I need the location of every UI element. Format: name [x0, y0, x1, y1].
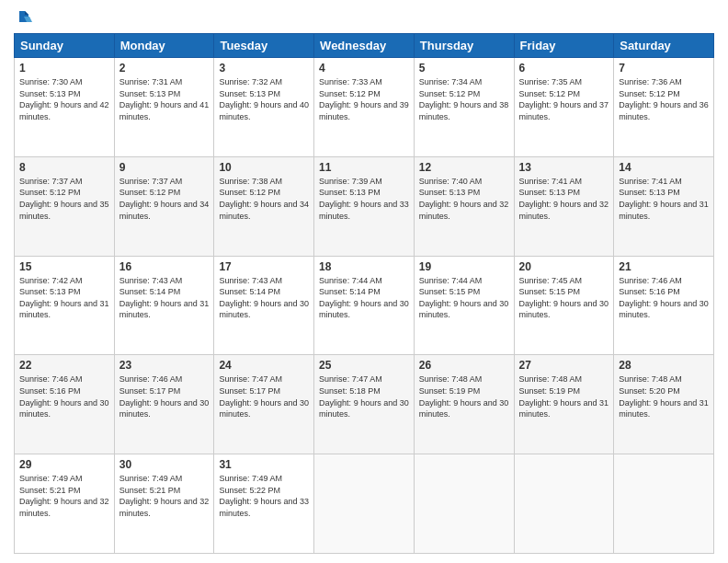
weekday-header-thursday: Thursday — [414, 34, 514, 58]
day-info: Sunrise: 7:47 AM Sunset: 5:17 PM Dayligh… — [219, 374, 309, 419]
calendar-cell: 23 Sunrise: 7:46 AM Sunset: 5:17 PM Dayl… — [114, 355, 214, 454]
header — [14, 9, 714, 26]
calendar-cell: 13 Sunrise: 7:41 AM Sunset: 5:13 PM Dayl… — [514, 156, 614, 256]
calendar-cell: 12 Sunrise: 7:40 AM Sunset: 5:13 PM Dayl… — [414, 156, 514, 256]
day-number: 18 — [319, 260, 409, 273]
day-info: Sunrise: 7:32 AM Sunset: 5:13 PM Dayligh… — [219, 77, 309, 121]
calendar-cell: 21 Sunrise: 7:46 AM Sunset: 5:16 PM Dayl… — [614, 256, 714, 355]
day-number: 19 — [419, 260, 509, 273]
calendar-cell: 16 Sunrise: 7:43 AM Sunset: 5:14 PM Dayl… — [114, 256, 214, 355]
calendar-cell: 2 Sunrise: 7:31 AM Sunset: 5:13 PM Dayli… — [114, 58, 214, 157]
calendar-cell: 8 Sunrise: 7:37 AM Sunset: 5:12 PM Dayli… — [15, 156, 115, 256]
day-number: 30 — [119, 458, 210, 471]
day-number: 15 — [19, 260, 109, 273]
calendar-cell — [314, 454, 415, 554]
day-info: Sunrise: 7:44 AM Sunset: 5:14 PM Dayligh… — [319, 276, 409, 320]
day-info: Sunrise: 7:48 AM Sunset: 5:19 PM Dayligh… — [419, 374, 509, 419]
calendar-cell — [414, 454, 514, 554]
calendar-cell: 17 Sunrise: 7:43 AM Sunset: 5:14 PM Dayl… — [214, 256, 314, 355]
day-info: Sunrise: 7:42 AM Sunset: 5:13 PM Dayligh… — [19, 276, 109, 320]
calendar-cell: 9 Sunrise: 7:37 AM Sunset: 5:12 PM Dayli… — [114, 156, 214, 256]
calendar-cell: 6 Sunrise: 7:35 AM Sunset: 5:12 PM Dayli… — [514, 58, 614, 157]
day-number: 31 — [219, 458, 309, 471]
logo-text — [14, 9, 32, 26]
calendar-cell: 11 Sunrise: 7:39 AM Sunset: 5:13 PM Dayl… — [314, 156, 415, 256]
day-number: 14 — [619, 161, 709, 174]
weekday-header-wednesday: Wednesday — [314, 34, 415, 58]
day-info: Sunrise: 7:41 AM Sunset: 5:13 PM Dayligh… — [619, 177, 709, 221]
calendar-cell: 3 Sunrise: 7:32 AM Sunset: 5:13 PM Dayli… — [214, 58, 314, 157]
weekday-header-tuesday: Tuesday — [214, 34, 314, 58]
calendar-cell: 14 Sunrise: 7:41 AM Sunset: 5:13 PM Dayl… — [614, 156, 714, 256]
day-info: Sunrise: 7:43 AM Sunset: 5:14 PM Dayligh… — [219, 276, 309, 320]
day-number: 16 — [119, 260, 210, 273]
day-info: Sunrise: 7:49 AM Sunset: 5:21 PM Dayligh… — [19, 474, 109, 518]
day-number: 23 — [119, 359, 210, 372]
day-info: Sunrise: 7:45 AM Sunset: 5:15 PM Dayligh… — [519, 276, 609, 320]
calendar-cell: 29 Sunrise: 7:49 AM Sunset: 5:21 PM Dayl… — [15, 454, 115, 554]
day-number: 10 — [219, 161, 309, 174]
calendar-cell: 15 Sunrise: 7:42 AM Sunset: 5:13 PM Dayl… — [15, 256, 115, 355]
calendar-cell: 19 Sunrise: 7:44 AM Sunset: 5:15 PM Dayl… — [414, 256, 514, 355]
day-number: 20 — [519, 260, 609, 273]
page: SundayMondayTuesdayWednesdayThursdayFrid… — [0, 0, 728, 563]
day-number: 21 — [619, 260, 709, 273]
day-number: 7 — [619, 62, 709, 75]
calendar-cell: 31 Sunrise: 7:49 AM Sunset: 5:22 PM Dayl… — [214, 454, 314, 554]
day-info: Sunrise: 7:39 AM Sunset: 5:13 PM Dayligh… — [319, 177, 409, 221]
day-info: Sunrise: 7:48 AM Sunset: 5:19 PM Dayligh… — [519, 374, 609, 419]
logo — [14, 9, 32, 26]
day-number: 1 — [19, 62, 109, 75]
day-info: Sunrise: 7:47 AM Sunset: 5:18 PM Dayligh… — [319, 374, 409, 419]
day-info: Sunrise: 7:30 AM Sunset: 5:13 PM Dayligh… — [19, 77, 109, 121]
day-number: 3 — [219, 62, 309, 75]
day-number: 27 — [519, 359, 609, 372]
day-info: Sunrise: 7:36 AM Sunset: 5:12 PM Dayligh… — [619, 77, 709, 121]
day-info: Sunrise: 7:49 AM Sunset: 5:22 PM Dayligh… — [219, 474, 309, 518]
day-number: 6 — [519, 62, 609, 75]
calendar-cell — [514, 454, 614, 554]
calendar-cell — [614, 454, 714, 554]
calendar-cell: 22 Sunrise: 7:46 AM Sunset: 5:16 PM Dayl… — [15, 355, 115, 454]
day-info: Sunrise: 7:38 AM Sunset: 5:12 PM Dayligh… — [219, 177, 309, 221]
day-info: Sunrise: 7:37 AM Sunset: 5:12 PM Dayligh… — [19, 177, 109, 221]
day-info: Sunrise: 7:33 AM Sunset: 5:12 PM Dayligh… — [319, 77, 409, 121]
day-number: 5 — [419, 62, 509, 75]
day-number: 29 — [19, 458, 109, 471]
day-info: Sunrise: 7:43 AM Sunset: 5:14 PM Dayligh… — [119, 276, 210, 320]
weekday-header-monday: Monday — [114, 34, 214, 58]
day-info: Sunrise: 7:46 AM Sunset: 5:17 PM Dayligh… — [119, 374, 210, 419]
calendar-cell: 24 Sunrise: 7:47 AM Sunset: 5:17 PM Dayl… — [214, 355, 314, 454]
day-number: 17 — [219, 260, 309, 273]
day-number: 11 — [319, 161, 409, 174]
svg-marker-1 — [25, 11, 28, 15]
logo-icon — [16, 9, 32, 26]
day-number: 8 — [19, 161, 109, 174]
weekday-header-sunday: Sunday — [15, 34, 115, 58]
calendar-cell: 27 Sunrise: 7:48 AM Sunset: 5:19 PM Dayl… — [514, 355, 614, 454]
day-number: 12 — [419, 161, 509, 174]
day-info: Sunrise: 7:46 AM Sunset: 5:16 PM Dayligh… — [19, 374, 109, 419]
day-info: Sunrise: 7:40 AM Sunset: 5:13 PM Dayligh… — [419, 177, 509, 221]
calendar-cell: 25 Sunrise: 7:47 AM Sunset: 5:18 PM Dayl… — [314, 355, 415, 454]
day-number: 4 — [319, 62, 409, 75]
day-number: 22 — [19, 359, 109, 372]
day-info: Sunrise: 7:41 AM Sunset: 5:13 PM Dayligh… — [519, 177, 609, 221]
day-info: Sunrise: 7:35 AM Sunset: 5:12 PM Dayligh… — [519, 77, 609, 121]
day-info: Sunrise: 7:48 AM Sunset: 5:20 PM Dayligh… — [619, 374, 709, 419]
calendar-cell: 5 Sunrise: 7:34 AM Sunset: 5:12 PM Dayli… — [414, 58, 514, 157]
day-number: 25 — [319, 359, 409, 372]
calendar-cell: 1 Sunrise: 7:30 AM Sunset: 5:13 PM Dayli… — [15, 58, 115, 157]
day-info: Sunrise: 7:34 AM Sunset: 5:12 PM Dayligh… — [419, 77, 509, 121]
weekday-header-saturday: Saturday — [614, 34, 714, 58]
calendar-cell: 20 Sunrise: 7:45 AM Sunset: 5:15 PM Dayl… — [514, 256, 614, 355]
day-info: Sunrise: 7:37 AM Sunset: 5:12 PM Dayligh… — [119, 177, 210, 221]
day-number: 26 — [419, 359, 509, 372]
day-info: Sunrise: 7:44 AM Sunset: 5:15 PM Dayligh… — [419, 276, 509, 320]
day-number: 24 — [219, 359, 309, 372]
day-info: Sunrise: 7:49 AM Sunset: 5:21 PM Dayligh… — [119, 474, 210, 518]
calendar-cell: 28 Sunrise: 7:48 AM Sunset: 5:20 PM Dayl… — [614, 355, 714, 454]
calendar-cell: 18 Sunrise: 7:44 AM Sunset: 5:14 PM Dayl… — [314, 256, 415, 355]
calendar-cell: 10 Sunrise: 7:38 AM Sunset: 5:12 PM Dayl… — [214, 156, 314, 256]
day-number: 2 — [119, 62, 210, 75]
